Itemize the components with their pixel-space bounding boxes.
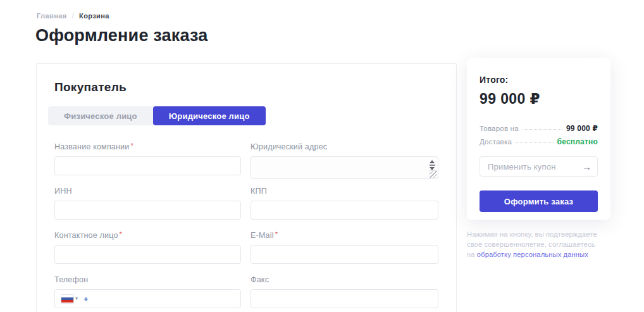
order-summary-card: Итого: 99 000 ₽ Товаров на 99 000 ₽ Дост… bbox=[467, 58, 610, 220]
required-asterisk: * bbox=[275, 230, 278, 238]
breadcrumb-current: Корзина bbox=[79, 12, 109, 20]
email-input[interactable] bbox=[251, 245, 438, 264]
dotted-leader bbox=[523, 129, 562, 130]
fax-field-group: Факс bbox=[251, 275, 438, 308]
breadcrumb-home-link[interactable]: Главная bbox=[37, 12, 67, 20]
legal-address-label: Юридический адрес bbox=[251, 142, 438, 151]
company-name-input[interactable] bbox=[54, 156, 241, 175]
summary-rows: Товаров на 99 000 ₽ Доставка бесплатно bbox=[480, 124, 598, 146]
tab-individual[interactable]: Физическое лицо bbox=[48, 106, 153, 125]
legal-address-textarea[interactable] bbox=[251, 156, 438, 179]
summary-row-delivery: Доставка бесплатно bbox=[480, 137, 598, 146]
fax-input[interactable] bbox=[251, 289, 438, 308]
personal-data-processing-link[interactable]: обработку персональных данных bbox=[477, 251, 588, 258]
summary-row-items: Товаров на 99 000 ₽ bbox=[480, 124, 598, 133]
breadcrumb-separator: / bbox=[72, 12, 74, 20]
required-asterisk: * bbox=[130, 142, 133, 149]
coupon-field-group: → bbox=[480, 156, 598, 177]
phone-field-group: Телефон ▾ + bbox=[54, 275, 241, 308]
contact-person-label: Контактное лицо* bbox=[54, 230, 241, 240]
buyer-type-tabs: Физическое лицо Юридическое лицо bbox=[48, 106, 266, 125]
total-label: Итого: bbox=[480, 75, 598, 85]
delivery-label: Доставка bbox=[480, 138, 512, 146]
inn-label: ИНН bbox=[54, 186, 241, 196]
legal-address-field-group: Юридический адрес bbox=[251, 142, 438, 175]
checkout-button[interactable]: Оформить заказ bbox=[480, 190, 598, 212]
country-dropdown-caret-icon[interactable]: ▾ bbox=[75, 296, 78, 301]
phone-input[interactable]: ▾ + bbox=[54, 289, 241, 308]
inn-field-group: ИНН bbox=[54, 186, 241, 220]
tab-legal-entity[interactable]: Юридическое лицо bbox=[153, 106, 266, 125]
dotted-leader bbox=[516, 142, 554, 143]
kpp-field-group: КПП bbox=[251, 186, 438, 220]
page-title: Оформление заказа bbox=[35, 26, 208, 46]
fax-label: Факс bbox=[251, 275, 438, 284]
kpp-label: КПП bbox=[251, 186, 438, 196]
buyer-heading: Покупатель bbox=[54, 80, 456, 94]
scroll-up-icon[interactable] bbox=[430, 160, 435, 163]
email-field-group: E-Mail* bbox=[251, 230, 438, 264]
scroll-thumb[interactable] bbox=[430, 165, 435, 166]
delivery-value: бесплатно bbox=[557, 137, 598, 146]
required-asterisk: * bbox=[120, 230, 122, 238]
phone-label: Телефон bbox=[54, 275, 241, 284]
textarea-resize-grip-icon[interactable] bbox=[430, 170, 437, 178]
consent-disclaimer: Нажимая на кнопку, вы подтверждаете своё… bbox=[467, 229, 605, 259]
email-label: E-Mail* bbox=[251, 230, 438, 240]
apply-coupon-arrow-icon[interactable]: → bbox=[582, 156, 591, 177]
company-name-field-group: Название компании* bbox=[54, 142, 241, 175]
contact-person-field-group: Контактное лицо* bbox=[54, 230, 241, 264]
breadcrumb: Главная / Корзина bbox=[37, 12, 109, 20]
items-total-label: Товаров на bbox=[480, 125, 519, 132]
russia-flag-icon[interactable] bbox=[61, 295, 73, 303]
buyer-form-grid: Название компании* Юридический адрес ИНН bbox=[54, 142, 456, 308]
legal-address-textarea-wrap bbox=[251, 156, 438, 175]
total-value: 99 000 ₽ bbox=[480, 90, 598, 108]
items-total-value: 99 000 ₽ bbox=[566, 124, 598, 133]
phone-dial-prefix: + bbox=[84, 294, 89, 304]
coupon-input[interactable] bbox=[480, 156, 598, 177]
company-name-label: Название компании* bbox=[54, 142, 241, 151]
buyer-form-card: Покупатель Физическое лицо Юридическое л… bbox=[36, 63, 457, 312]
inn-input[interactable] bbox=[54, 201, 241, 220]
kpp-input[interactable] bbox=[251, 201, 438, 220]
contact-person-input[interactable] bbox=[54, 245, 241, 264]
